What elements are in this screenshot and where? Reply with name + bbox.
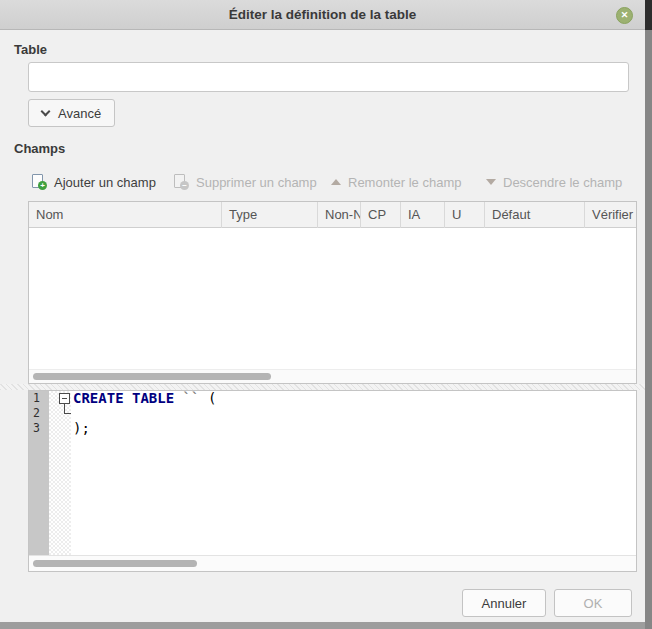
column-header-ia[interactable]: IA	[401, 202, 445, 228]
cancel-button[interactable]: Annuler	[462, 589, 546, 617]
background-window-edge-right	[645, 30, 652, 629]
column-header-u[interactable]: U	[445, 202, 485, 228]
edit-table-definition-dialog: Éditer la définition de la table ✕ Table…	[0, 0, 645, 622]
plus-badge-icon: +	[38, 181, 47, 190]
sql-editor-surface[interactable]: 1 2 3 CREATE TABLE `` ( );	[29, 391, 636, 555]
arrow-up-icon	[331, 179, 341, 185]
sql-code-area[interactable]: CREATE TABLE `` ( );	[71, 391, 636, 555]
fold-collapse-icon[interactable]	[59, 393, 70, 404]
add-field-label: Ajouter un champ	[54, 175, 156, 190]
add-field-icon: +	[31, 174, 47, 190]
fields-grid: Nom Type Non-Nul CP IA U Défaut Vérifier	[28, 201, 637, 384]
minus-glyph	[62, 398, 67, 399]
column-header-non-nul[interactable]: Non-Nul	[318, 202, 361, 228]
chevron-down-icon	[41, 106, 51, 116]
title-bar[interactable]: Éditer la définition de la table ✕	[0, 0, 645, 30]
column-header-verifier[interactable]: Vérifier	[585, 202, 636, 228]
remove-field-label: Supprimer un champ	[196, 175, 317, 190]
editor-horizontal-scrollbar[interactable]	[29, 555, 636, 571]
column-header-nom[interactable]: Nom	[29, 202, 222, 228]
dialog-title: Éditer la définition de la table	[0, 0, 645, 30]
line-number: 2	[29, 406, 49, 421]
line-number: 1	[29, 391, 49, 406]
sql-open-paren: (	[199, 391, 216, 406]
sql-keyword: CREATE TABLE	[73, 391, 174, 406]
column-header-defaut[interactable]: Défaut	[485, 202, 585, 228]
move-down-label: Descendre le champ	[503, 175, 622, 190]
sql-editor[interactable]: 1 2 3 CREATE TABLE `` ( );	[28, 390, 637, 572]
close-icon: ✕	[617, 8, 632, 23]
advanced-toggle-button[interactable]: Avancé	[28, 99, 115, 127]
sql-close-line: );	[73, 420, 90, 436]
screen: Éditer la définition de la table ✕ Table…	[0, 0, 652, 629]
advanced-label: Avancé	[58, 106, 101, 121]
fold-margin[interactable]	[49, 391, 71, 555]
fields-section-label: Champs	[14, 141, 65, 156]
scrollbar-thumb[interactable]	[33, 560, 197, 567]
table-section-label: Table	[14, 42, 47, 57]
line-number-gutter: 1 2 3	[29, 391, 49, 555]
remove-field-icon: −	[173, 174, 189, 190]
line-number: 3	[29, 421, 49, 436]
move-field-up-button[interactable]: Remonter le champ	[331, 170, 461, 194]
scrollbar-thumb[interactable]	[33, 373, 271, 380]
fields-grid-horizontal-scrollbar[interactable]	[29, 369, 636, 383]
fields-grid-body-empty[interactable]	[29, 228, 636, 357]
code-line-2	[71, 406, 636, 421]
sql-space	[174, 391, 182, 406]
fold-guide-tick	[64, 413, 71, 414]
move-up-label: Remonter le champ	[348, 175, 461, 190]
background-window-edge-bottom	[0, 622, 645, 629]
close-button[interactable]: ✕	[616, 7, 633, 24]
fields-grid-header: Nom Type Non-Nul CP IA U Défaut Vérifier	[29, 202, 636, 228]
code-line-1: CREATE TABLE `` (	[71, 391, 636, 406]
remove-field-button[interactable]: − Supprimer un champ	[173, 170, 317, 194]
background-window-edge-top	[645, 0, 652, 30]
minus-badge-icon: −	[180, 181, 189, 190]
code-line-3: );	[71, 421, 636, 436]
column-header-type[interactable]: Type	[222, 202, 318, 228]
table-name-input[interactable]	[28, 62, 629, 92]
add-field-button[interactable]: + Ajouter un champ	[31, 170, 156, 194]
arrow-down-icon	[486, 179, 496, 185]
sql-quoted-identifier: ``	[183, 391, 200, 406]
move-field-down-button[interactable]: Descendre le champ	[486, 170, 622, 194]
ok-button[interactable]: OK	[554, 589, 632, 617]
column-header-cp[interactable]: CP	[361, 202, 401, 228]
